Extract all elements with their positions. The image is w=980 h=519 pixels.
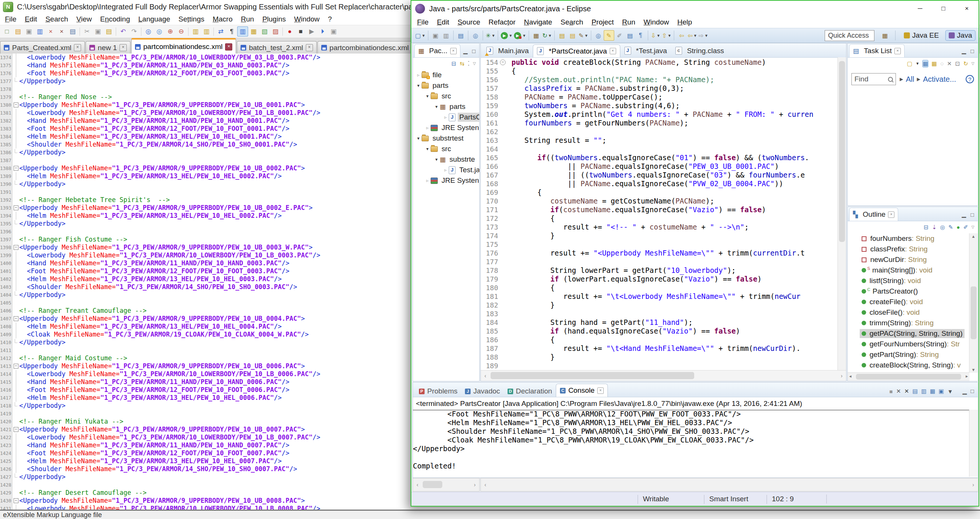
show-console-on-output-icon[interactable]: ▦ xyxy=(930,388,935,395)
close-icon[interactable]: × xyxy=(119,44,127,51)
fold-marker[interactable] xyxy=(500,171,506,179)
maximize-view-icon[interactable]: □ xyxy=(472,48,476,54)
console-vertical-scrollbar[interactable] xyxy=(969,410,978,477)
outline-item[interactable]: getPAC(String, String, String) xyxy=(848,328,969,339)
document-tab[interactable]: new 1× xyxy=(86,41,130,54)
menu-item-navigate[interactable]: Navigate xyxy=(520,18,556,26)
menu-item-window[interactable]: Window xyxy=(640,18,673,26)
fold-marker[interactable] xyxy=(500,214,506,223)
scheduled-view-icon[interactable]: ▦ xyxy=(931,60,937,67)
package-explorer-horizontal-scrollbar[interactable]: ‹ › xyxy=(412,478,480,492)
java-code-area[interactable]: public void createBlock(String PACName, … xyxy=(507,58,837,370)
fold-collapse-icon[interactable]: − xyxy=(14,427,19,432)
fold-marker[interactable] xyxy=(13,291,19,299)
scroll-down-icon[interactable]: ▼ xyxy=(971,368,975,372)
fold-marker[interactable] xyxy=(500,223,506,232)
console-horizontal-scrollbar[interactable]: ‹ › xyxy=(480,478,978,492)
close-button[interactable]: × xyxy=(955,1,978,17)
chevron-down-icon[interactable]: ▾ xyxy=(415,136,422,141)
redo-icon[interactable]: ↷ xyxy=(129,26,140,37)
fold-marker[interactable] xyxy=(13,93,19,101)
open-console-dropdown-icon[interactable]: ▼ xyxy=(948,388,953,395)
fold-marker[interactable] xyxy=(13,251,19,259)
tree-item-substrte[interactable]: ▾▦substrte xyxy=(413,154,479,165)
outline-vertical-scrollbar[interactable]: ▲ ▼ xyxy=(969,233,978,373)
terminate-icon[interactable]: ■ xyxy=(889,388,893,395)
filter-all-link[interactable]: All xyxy=(906,75,914,84)
fold-marker[interactable] xyxy=(13,133,19,141)
tree-item-src[interactable]: ▾src xyxy=(413,91,479,102)
scrollbar-thumb[interactable] xyxy=(423,481,442,488)
fold-marker[interactable]: − xyxy=(13,425,19,433)
fold-marker[interactable] xyxy=(13,378,19,386)
tree-item-test-ja[interactable]: ▹JTest.ja xyxy=(413,165,479,175)
categorized-view-icon[interactable]: ▦ xyxy=(923,60,928,67)
fold-marker[interactable] xyxy=(500,127,506,136)
document-tab[interactable]: Parts_Created.xml× xyxy=(0,41,85,54)
remove-launch-icon[interactable]: ✕ xyxy=(896,388,901,395)
fold-collapse-icon[interactable]: − xyxy=(14,103,19,108)
outline-item[interactable]: closeFile() : void xyxy=(848,307,969,318)
close-icon[interactable]: × xyxy=(225,43,232,51)
close-file-icon[interactable]: × xyxy=(45,26,56,37)
menu-item-source[interactable]: Source xyxy=(453,18,484,26)
close-icon[interactable]: × xyxy=(306,44,313,51)
console-output[interactable]: <Foot MeshFileName="1_PC\8_PWW\ARMOR\12_… xyxy=(413,410,969,477)
fold-marker[interactable] xyxy=(500,84,506,93)
fold-marker[interactable] xyxy=(500,344,506,353)
scroll-left-icon[interactable]: ‹ xyxy=(413,478,422,491)
scroll-right-icon[interactable]: ▸ xyxy=(966,373,968,379)
menu-item-settings[interactable]: Settings xyxy=(174,15,208,23)
clear-console-icon[interactable]: ▤ xyxy=(913,388,918,395)
document-tab[interactable]: partcombinationdesc.xml× xyxy=(131,38,236,54)
fold-marker[interactable] xyxy=(13,410,19,417)
fold-marker[interactable]: − xyxy=(500,58,506,67)
outline-item[interactable]: getFourNumbers(String) : Str xyxy=(848,339,969,349)
tree-item-parts[interactable]: ▾parts xyxy=(413,80,479,91)
close-icon[interactable]: × xyxy=(597,387,604,394)
hide-local-types-icon[interactable]: ✐ xyxy=(963,224,968,231)
outline-horizontal-scrollbar[interactable]: ◂ ▸ xyxy=(848,372,969,381)
scroll-right-icon[interactable]: › xyxy=(470,478,479,491)
scroll-lock-icon[interactable]: ▥ xyxy=(921,388,926,395)
menu-item-run[interactable]: Run xyxy=(237,15,258,23)
new-task-icon[interactable]: ▢ xyxy=(907,60,912,67)
minimize-view-icon[interactable]: ▁ xyxy=(463,48,468,54)
fold-marker[interactable] xyxy=(500,283,506,292)
synchronize-icon[interactable]: ↻ xyxy=(963,60,968,67)
minimize-view-icon[interactable]: ▁ xyxy=(961,48,966,54)
save-all-icon[interactable]: ▥ xyxy=(441,30,451,41)
view-menu-icon[interactable]: ▽ xyxy=(971,62,974,65)
fold-marker[interactable] xyxy=(13,346,19,354)
fold-marker[interactable] xyxy=(13,125,19,133)
fold-marker[interactable] xyxy=(13,85,19,93)
editor-horizontal-scrollbar[interactable]: ‹ › xyxy=(481,370,846,381)
fold-marker[interactable] xyxy=(13,141,19,149)
outline-item[interactable]: createBlock(String, String) : v xyxy=(848,360,969,370)
find-input[interactable]: Find xyxy=(851,73,896,85)
fold-marker[interactable] xyxy=(500,301,506,309)
scrollbar-thumb[interactable] xyxy=(490,372,694,379)
fold-marker[interactable] xyxy=(13,228,19,236)
skip-all-breakpoints-icon[interactable]: ◎ xyxy=(470,30,481,41)
copy-icon[interactable]: ▣ xyxy=(92,26,103,37)
outline-item[interactable]: listf(String) : void xyxy=(848,276,969,286)
close-icon[interactable]: × xyxy=(888,211,894,218)
group-by-icon[interactable]: ⊡ xyxy=(955,60,960,67)
fold-marker[interactable] xyxy=(500,309,506,318)
fold-marker[interactable] xyxy=(500,240,506,249)
outline-item[interactable]: Smain(String[]) : void xyxy=(848,265,969,276)
maximize-button[interactable]: □ xyxy=(932,1,955,17)
focus-on-workweek-icon[interactable]: ◌ xyxy=(940,60,944,67)
fold-marker[interactable] xyxy=(13,323,19,330)
fold-marker[interactable] xyxy=(500,266,506,275)
editor-tab[interactable]: JMain.java xyxy=(482,44,533,57)
chevron-right-icon[interactable]: ▹ xyxy=(424,125,431,130)
activate-link[interactable]: Activate... xyxy=(923,75,956,84)
scrollbar-thumb[interactable] xyxy=(970,286,977,340)
new-icon[interactable]: ▢▼ xyxy=(414,30,426,41)
java-editor[interactable]: 1541551561571581591601611621631641651661… xyxy=(481,57,846,370)
hide-static-members-icon[interactable]: ✎ xyxy=(948,224,953,231)
mark-occurrences-icon[interactable]: ✎ xyxy=(604,30,614,41)
view-menu-icon[interactable]: ▽ xyxy=(971,225,974,229)
